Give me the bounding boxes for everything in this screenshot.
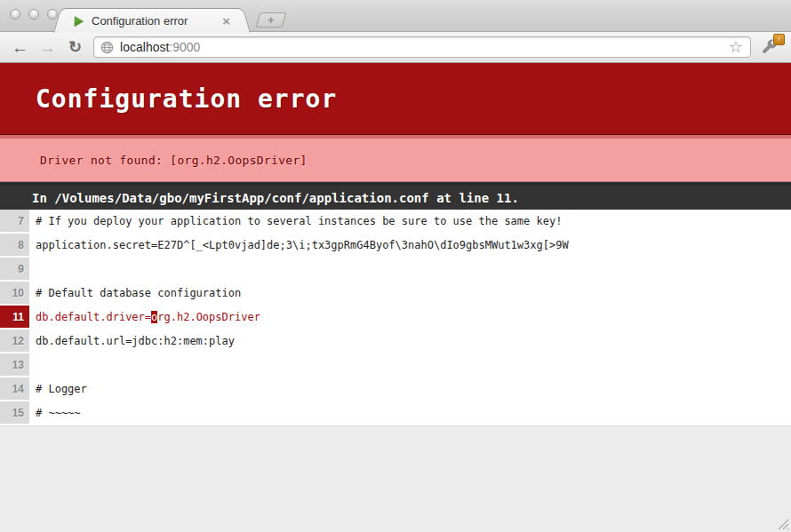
line-number: 9	[0, 258, 29, 281]
line-number: 10	[0, 282, 29, 305]
code-line-row: 15# ~~~~~	[0, 401, 791, 425]
tab-configuration-error[interactable]: Configuration error ×	[66, 8, 238, 33]
code-line-row: 12db.default.url=jdbc:h2:mem:play	[0, 330, 791, 353]
tab-strip: Configuration error × +	[0, 0, 791, 32]
source-location-bar: In /Volumes/Data/gbo/myFirstApp/conf/app…	[0, 182, 791, 210]
source-location-text: In /Volumes/Data/gbo/myFirstApp/conf/app…	[32, 191, 519, 205]
code-line-row: 9	[0, 258, 791, 282]
line-number: 15	[0, 401, 29, 425]
browser-toolbar: ← → ↻ localhost:9000 ☆ ↑	[0, 32, 791, 63]
error-page: Configuration error Driver not found: [o…	[0, 63, 791, 532]
zoom-window-button[interactable]	[47, 9, 58, 20]
error-detail-banner: Driver not found: [org.h2.OopsDriver]	[0, 135, 791, 182]
code-text	[29, 258, 791, 282]
code-line-row: 14# Logger	[0, 377, 791, 401]
new-tab-button[interactable]: +	[256, 12, 287, 28]
code-text: db.default.url=jdbc:h2:mem:play	[29, 330, 791, 353]
forward-button[interactable]: →	[36, 39, 60, 56]
back-button[interactable]: ←	[8, 39, 32, 56]
code-text: application.secret=E27D^[_<Lpt0vjad]de;3…	[29, 234, 791, 258]
url-text: localhost:9000	[120, 40, 200, 54]
page-background	[0, 426, 791, 532]
wrench-menu-button[interactable]: ↑	[758, 36, 783, 59]
close-tab-icon[interactable]: ×	[220, 15, 233, 28]
window-controls	[10, 9, 58, 20]
update-badge: ↑	[773, 34, 785, 45]
bookmark-star-button[interactable]: ☆	[727, 39, 745, 55]
code-line-row: 8application.secret=E27D^[_<Lpt0vjad]de;…	[0, 234, 791, 258]
line-number: 14	[0, 377, 29, 401]
resize-grip[interactable]	[775, 516, 789, 530]
back-arrow-icon: ←	[12, 38, 28, 57]
star-icon: ☆	[729, 38, 743, 56]
code-line-row: 7# If you deploy your application to sev…	[0, 210, 791, 234]
address-bar[interactable]: localhost:9000 ☆	[93, 36, 751, 58]
reload-button[interactable]: ↻	[65, 39, 85, 55]
line-number: 8	[0, 234, 29, 257]
code-text: # Default database configuration	[29, 282, 791, 306]
code-listing: 7# If you deploy your application to sev…	[0, 210, 791, 426]
reload-icon: ↻	[68, 38, 82, 56]
error-header: Configuration error	[0, 63, 791, 135]
code-text: db.default.driver=org.h2.OopsDriver	[29, 306, 791, 330]
code-line-row: 13	[0, 353, 791, 377]
error-detail-text: Driver not found: [org.h2.OopsDriver]	[40, 154, 308, 167]
url-port: :9000	[169, 40, 200, 54]
line-number: 11	[0, 306, 29, 329]
line-number: 13	[0, 353, 29, 377]
code-line-row-error: 11db.default.driver=org.h2.OopsDriver	[0, 306, 791, 330]
minimize-window-button[interactable]	[28, 9, 39, 20]
code-text: # ~~~~~	[29, 401, 791, 425]
line-number: 12	[0, 330, 29, 353]
close-window-button[interactable]	[10, 9, 20, 20]
play-framework-icon	[73, 15, 85, 28]
browser-window: Configuration error × + ← → ↻ localhost:…	[0, 0, 791, 532]
tab-title: Configuration error	[92, 14, 220, 28]
code-text: # Logger	[29, 377, 791, 401]
code-text	[29, 353, 791, 377]
forward-arrow-icon: →	[39, 38, 56, 57]
line-number: 7	[0, 210, 29, 233]
code-line-row: 10# Default database configuration	[0, 282, 791, 306]
code-text: # If you deploy your application to seve…	[29, 210, 791, 234]
globe-icon	[100, 41, 114, 54]
url-host: localhost	[120, 40, 169, 54]
page-title: Configuration error	[36, 84, 337, 114]
plus-icon: +	[268, 14, 275, 26]
